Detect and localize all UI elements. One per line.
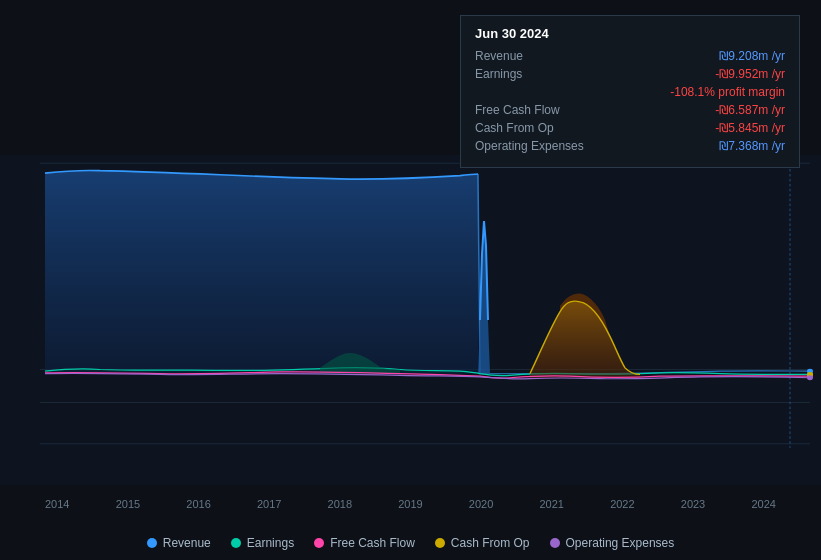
x-label-2020: 2020 xyxy=(469,498,493,510)
svg-point-10 xyxy=(807,375,813,380)
tooltip-row-revenue: Revenue ₪9.208m /yr xyxy=(475,49,785,63)
x-label-2018: 2018 xyxy=(328,498,352,510)
tooltip-row-earnings: Earnings -₪9.952m /yr xyxy=(475,67,785,81)
legend-dot-cfo xyxy=(435,538,445,548)
legend-item-fcf[interactable]: Free Cash Flow xyxy=(314,536,415,550)
tooltip-date: Jun 30 2024 xyxy=(475,26,785,41)
tooltip-value-opex: ₪7.368m /yr xyxy=(719,139,785,153)
legend-item-revenue[interactable]: Revenue xyxy=(147,536,211,550)
legend-label-opex: Operating Expenses xyxy=(566,536,675,550)
tooltip-value-revenue: ₪9.208m /yr xyxy=(719,49,785,63)
chart-svg xyxy=(0,155,821,485)
tooltip-value-earnings-sub: -108.1% profit margin xyxy=(670,85,785,99)
x-label-2019: 2019 xyxy=(398,498,422,510)
tooltip-row-opex: Operating Expenses ₪7.368m /yr xyxy=(475,139,785,153)
x-label-2015: 2015 xyxy=(116,498,140,510)
legend-label-earnings: Earnings xyxy=(247,536,294,550)
legend-item-opex[interactable]: Operating Expenses xyxy=(550,536,675,550)
tooltip-label-revenue: Revenue xyxy=(475,49,595,63)
legend-label-fcf: Free Cash Flow xyxy=(330,536,415,550)
tooltip-label-fcf: Free Cash Flow xyxy=(475,103,595,117)
x-label-2014: 2014 xyxy=(45,498,69,510)
tooltip-value-earnings: -₪9.952m /yr xyxy=(715,67,785,81)
x-label-2024: 2024 xyxy=(751,498,775,510)
x-label-2022: 2022 xyxy=(610,498,634,510)
legend-dot-revenue xyxy=(147,538,157,548)
tooltip-row-fcf: Free Cash Flow -₪6.587m /yr xyxy=(475,103,785,117)
legend-label-revenue: Revenue xyxy=(163,536,211,550)
legend-dot-earnings xyxy=(231,538,241,548)
legend-item-cfo[interactable]: Cash From Op xyxy=(435,536,530,550)
x-label-2023: 2023 xyxy=(681,498,705,510)
tooltip-value-cfo: -₪5.845m /yr xyxy=(715,121,785,135)
x-axis-labels: 2014 2015 2016 2017 2018 2019 2020 2021 … xyxy=(0,498,821,510)
tooltip-panel: Jun 30 2024 Revenue ₪9.208m /yr Earnings… xyxy=(460,15,800,168)
x-label-2016: 2016 xyxy=(186,498,210,510)
legend-item-earnings[interactable]: Earnings xyxy=(231,536,294,550)
tooltip-label-opex: Operating Expenses xyxy=(475,139,595,153)
tooltip-value-fcf: -₪6.587m /yr xyxy=(715,103,785,117)
tooltip-label-earnings: Earnings xyxy=(475,67,595,81)
tooltip-label-cfo: Cash From Op xyxy=(475,121,595,135)
x-label-2021: 2021 xyxy=(539,498,563,510)
x-label-2017: 2017 xyxy=(257,498,281,510)
legend-dot-fcf xyxy=(314,538,324,548)
tooltip-row-earnings-sub: -108.1% profit margin xyxy=(475,85,785,99)
legend-dot-opex xyxy=(550,538,560,548)
legend-label-cfo: Cash From Op xyxy=(451,536,530,550)
chart-legend: Revenue Earnings Free Cash Flow Cash Fro… xyxy=(0,536,821,550)
tooltip-row-cfo: Cash From Op -₪5.845m /yr xyxy=(475,121,785,135)
